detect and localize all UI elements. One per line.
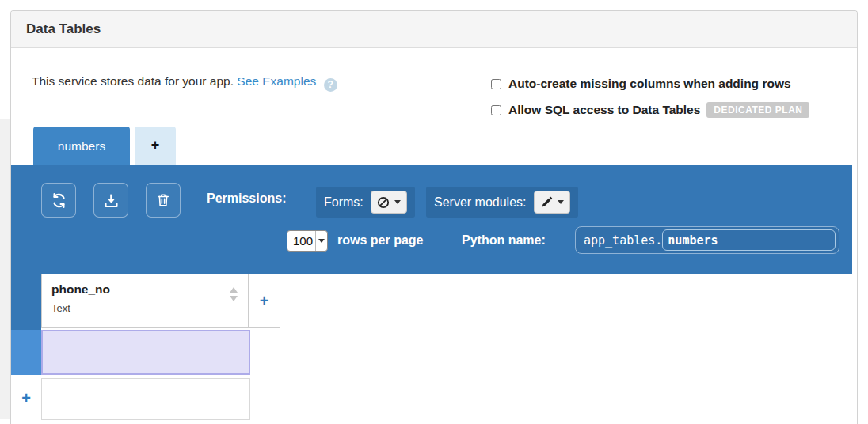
table-toolbar: Permissions: Forms: Server modules: — [11, 165, 852, 274]
auto-create-checkbox[interactable] — [491, 79, 501, 89]
selected-cell-phone-no[interactable] — [41, 330, 250, 375]
add-table-tab[interactable]: + — [135, 127, 176, 165]
python-name-input[interactable] — [662, 229, 836, 251]
refresh-button[interactable] — [41, 183, 76, 218]
intro-text: This service stores data for your app. — [32, 74, 237, 88]
caret-down-icon — [318, 239, 325, 243]
rows-per-page-label: rows per page — [337, 233, 423, 248]
add-row-button[interactable]: + — [11, 377, 41, 420]
intro-line: This service stores data for your app. S… — [32, 74, 337, 92]
allow-sql-checkbox[interactable] — [491, 105, 501, 115]
auto-create-label: Auto-create missing columns when adding … — [508, 77, 791, 91]
help-icon[interactable]: ? — [324, 78, 337, 92]
add-column-button[interactable]: + — [249, 274, 280, 328]
panel-header: Data Tables — [11, 11, 857, 48]
download-button[interactable] — [93, 183, 128, 218]
permissions-label: Permissions: — [207, 191, 286, 206]
rows-per-page-value: 100 — [287, 234, 315, 248]
see-examples-link[interactable]: See Examples — [237, 74, 316, 88]
server-modules-label: Server modules: — [434, 195, 527, 210]
data-tables-panel: Data Tables This service stores data for… — [10, 10, 858, 424]
selected-row-handle[interactable] — [11, 330, 41, 375]
python-name-prefix: app_tables. — [584, 233, 662, 248]
data-tables-service-page: Data Tables This service stores data for… — [0, 0, 868, 424]
trash-icon — [155, 192, 171, 208]
caret-down-icon — [558, 200, 564, 204]
column-header-phone-no[interactable]: phone_no Text — [41, 274, 249, 328]
column-name: phone_no — [51, 282, 238, 297]
delete-table-button[interactable] — [146, 183, 181, 218]
pencil-icon — [540, 195, 554, 209]
server-modules-permission-dropdown[interactable] — [534, 191, 570, 214]
option-auto-create: Auto-create missing columns when adding … — [491, 77, 791, 91]
ban-icon — [376, 195, 390, 210]
python-name-label: Python name: — [462, 233, 546, 248]
sort-arrows-icon[interactable] — [230, 287, 238, 301]
page-left-gutter — [0, 119, 10, 419]
tab-numbers[interactable]: numbers — [33, 127, 130, 165]
option-allow-sql: Allow SQL access to Data Tables DEDICATE… — [491, 102, 809, 118]
forms-permission-group: Forms: — [316, 187, 415, 218]
column-type: Text — [51, 302, 238, 314]
header-row-gutter — [11, 274, 41, 330]
rows-per-page-select[interactable]: 100 — [287, 230, 328, 252]
forms-label: Forms: — [324, 195, 364, 210]
page-title: Data Tables — [11, 11, 857, 47]
python-name-box: app_tables. — [575, 226, 839, 254]
refresh-icon — [51, 192, 67, 209]
download-icon — [103, 192, 120, 209]
server-modules-permission-group: Server modules: — [426, 187, 578, 218]
dedicated-plan-badge: DEDICATED PLAN — [706, 102, 809, 118]
caret-down-icon — [394, 200, 401, 204]
new-row-cell[interactable] — [41, 378, 250, 420]
allow-sql-label: Allow SQL access to Data Tables — [508, 103, 700, 117]
forms-permission-dropdown[interactable] — [371, 191, 407, 214]
